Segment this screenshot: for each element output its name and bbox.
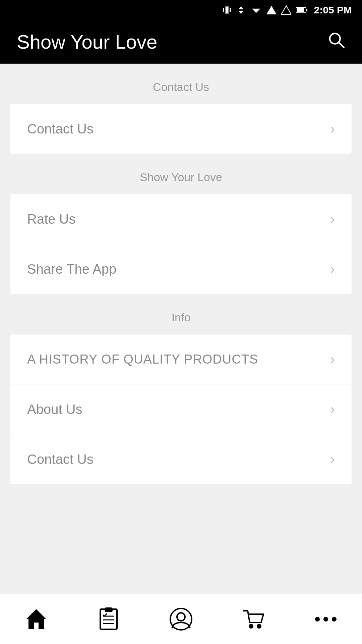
info-menu-card: A HISTORY OF QUALITY PRODUCTS › About Us… <box>10 334 352 484</box>
show-love-section-label: Show Your Love <box>0 154 362 194</box>
svg-rect-3 <box>230 8 231 12</box>
app-title: Show Your Love <box>17 31 157 53</box>
svg-marker-6 <box>252 9 260 13</box>
svg-point-21 <box>177 613 185 621</box>
rate-us-item[interactable]: Rate Us › <box>10 194 352 244</box>
about-us-label: About Us <box>27 402 82 417</box>
more-icon <box>314 607 338 631</box>
svg-marker-7 <box>266 6 277 14</box>
transfer-icon <box>236 5 246 15</box>
svg-rect-2 <box>223 8 224 12</box>
history-label: A HISTORY OF QUALITY PRODUCTS <box>27 352 258 367</box>
wifi-icon <box>250 5 262 15</box>
share-app-chevron-icon: › <box>330 261 335 277</box>
svg-marker-8 <box>281 6 291 14</box>
profile-icon <box>169 607 193 631</box>
svg-marker-5 <box>239 11 243 14</box>
history-item[interactable]: A HISTORY OF QUALITY PRODUCTS › <box>10 334 352 384</box>
chevron-icon: › <box>330 121 335 137</box>
signal-icon <box>266 5 277 15</box>
status-icons <box>222 5 308 15</box>
svg-rect-16 <box>105 608 112 611</box>
svg-marker-14 <box>26 609 46 629</box>
share-app-item[interactable]: Share The App › <box>10 244 352 294</box>
contact-us-label: Contact Us <box>27 121 94 137</box>
share-app-label: Share The App <box>27 262 116 277</box>
rate-us-chevron-icon: › <box>330 211 335 227</box>
nav-more[interactable] <box>290 594 362 644</box>
contact-section: Contact Us Contact Us › <box>0 64 362 154</box>
show-love-section: Show Your Love Rate Us › Share The App › <box>0 154 362 294</box>
show-love-menu-card: Rate Us › Share The App › <box>10 194 352 294</box>
svg-point-20 <box>170 608 192 630</box>
svg-point-23 <box>249 624 253 629</box>
contact-menu-card: Contact Us › <box>10 104 352 154</box>
history-chevron-icon: › <box>330 351 335 367</box>
search-button[interactable] <box>327 31 345 53</box>
info-section: Info A HISTORY OF QUALITY PRODUCTS › Abo… <box>0 294 362 484</box>
main-content: Contact Us Contact Us › Show Your Love R… <box>0 64 362 594</box>
app-header: Show Your Love <box>0 20 362 64</box>
battery-icon <box>296 6 308 14</box>
svg-marker-4 <box>239 6 243 9</box>
info-section-label: Info <box>0 294 362 334</box>
svg-rect-1 <box>226 7 228 13</box>
svg-point-25 <box>315 617 320 622</box>
svg-point-27 <box>332 617 337 622</box>
status-time: 2:05 PM <box>314 4 352 16</box>
bottom-nav <box>0 594 362 644</box>
svg-rect-10 <box>306 9 307 11</box>
nav-profile[interactable] <box>145 594 217 644</box>
nav-cart[interactable] <box>217 594 290 644</box>
cart-icon <box>242 607 265 631</box>
rate-us-label: Rate Us <box>27 212 76 227</box>
svg-rect-11 <box>297 8 304 12</box>
svg-line-13 <box>339 42 344 47</box>
about-us-chevron-icon: › <box>330 401 335 417</box>
contact-us-2-label: Contact Us <box>27 452 94 467</box>
home-icon <box>24 607 48 631</box>
contact-us-2-chevron-icon: › <box>330 451 335 467</box>
svg-point-26 <box>323 617 328 622</box>
list-icon <box>97 607 120 631</box>
status-bar: 2:05 PM <box>0 0 362 20</box>
search-icon <box>327 31 345 49</box>
contact-section-label: Contact Us <box>0 64 362 104</box>
signal-outline-icon <box>281 5 291 15</box>
contact-us-item[interactable]: Contact Us › <box>10 104 352 154</box>
about-us-item[interactable]: About Us › <box>10 384 352 434</box>
contact-us-item-2[interactable]: Contact Us › <box>10 434 352 484</box>
vibrate-icon <box>222 5 232 15</box>
nav-home[interactable] <box>0 594 72 644</box>
nav-list[interactable] <box>72 594 145 644</box>
svg-point-24 <box>257 624 261 629</box>
